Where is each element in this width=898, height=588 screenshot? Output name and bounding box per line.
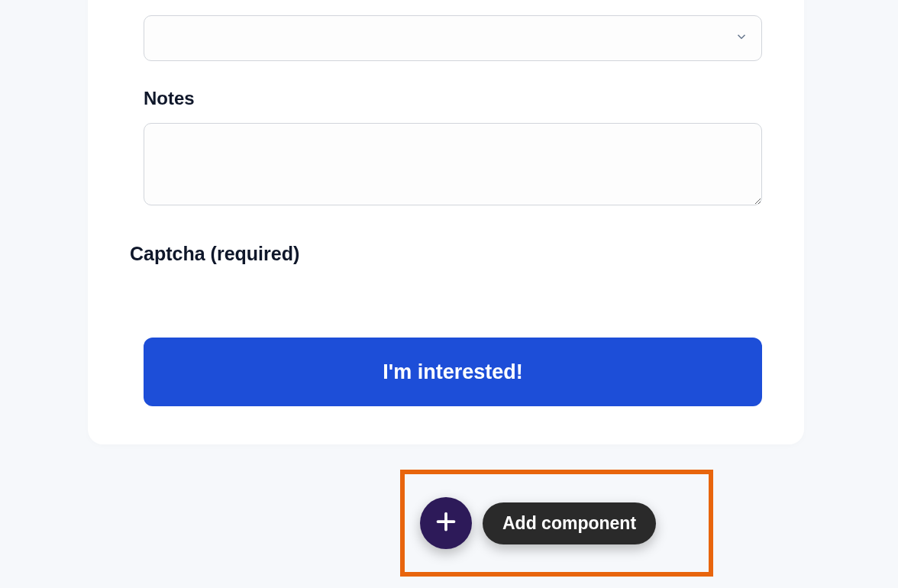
submit-button[interactable]: I'm interested! bbox=[144, 338, 762, 406]
add-component-tooltip: Add component bbox=[483, 502, 656, 544]
select-wrapper bbox=[144, 15, 762, 61]
select-field-group bbox=[130, 15, 762, 61]
plus-icon bbox=[432, 508, 460, 538]
notes-textarea[interactable] bbox=[144, 123, 762, 205]
select-input[interactable] bbox=[144, 15, 762, 61]
notes-label: Notes bbox=[144, 88, 762, 109]
notes-field-group: Notes bbox=[130, 88, 762, 208]
captcha-section: Captcha (required) bbox=[130, 243, 762, 265]
add-component-button[interactable] bbox=[420, 497, 472, 549]
form-card: Notes Captcha (required) I'm interested! bbox=[88, 0, 804, 444]
captcha-label: Captcha (required) bbox=[130, 243, 762, 265]
fab-highlight-box: Add component bbox=[400, 470, 713, 577]
